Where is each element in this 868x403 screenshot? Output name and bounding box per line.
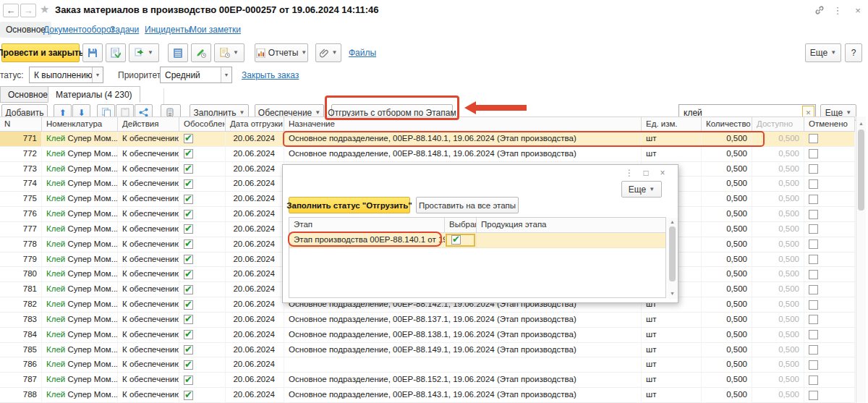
nomenclature-cell[interactable]: Клей Супер Мом...: [42, 343, 118, 357]
action-cell[interactable]: К обеспечению: [118, 222, 179, 237]
tab-materials[interactable]: Материалы (4 230): [48, 86, 140, 103]
separate-checkbox[interactable]: [184, 376, 193, 385]
separate-checkbox[interactable]: [184, 391, 193, 400]
row-number-cell[interactable]: 779: [0, 253, 42, 267]
row-number-cell[interactable]: 786: [0, 357, 42, 372]
cancelled-checkbox[interactable]: [809, 210, 818, 219]
stage-selected-cell[interactable]: [445, 233, 477, 247]
unit-cell[interactable]: шт: [642, 147, 702, 161]
row-number-cell[interactable]: 784: [0, 328, 42, 342]
cancelled-cell[interactable]: [804, 282, 855, 297]
table-row[interactable]: 788Клей Супер Мом...К обеспечению20.06.2…: [0, 388, 855, 403]
quantity-cell[interactable]: 0,500: [702, 222, 752, 237]
action-cell[interactable]: К обеспечению: [118, 192, 179, 206]
column-header[interactable]: Ед. изм.: [642, 117, 702, 131]
nomenclature-cell[interactable]: Клей Супер Мом...: [42, 207, 118, 221]
row-number-cell[interactable]: 775: [0, 192, 42, 206]
ship-date-cell[interactable]: 20.06.2024: [226, 147, 284, 161]
action-cell[interactable]: К обеспечению: [118, 282, 179, 297]
separate-cell[interactable]: [179, 357, 226, 372]
quantity-cell[interactable]: 0,500: [702, 328, 752, 342]
quantity-cell[interactable]: 0,500: [702, 282, 752, 297]
close-icon[interactable]: ×: [852, 5, 864, 16]
cancelled-cell[interactable]: [804, 373, 855, 387]
table-row[interactable]: 784Клей Супер Мом...К обеспечению20.06.2…: [0, 328, 855, 343]
separate-cell[interactable]: [179, 282, 226, 297]
cancelled-cell[interactable]: [804, 313, 855, 327]
cancelled-cell[interactable]: [804, 253, 855, 267]
nomenclature-cell[interactable]: Клей Супер Мом...: [42, 253, 118, 267]
cancelled-cell[interactable]: [804, 343, 855, 357]
table-row[interactable]: 771Клей Супер Мом...К обеспечению20.06.2…: [0, 132, 855, 147]
row-number-cell[interactable]: 773: [0, 162, 42, 177]
nomenclature-cell[interactable]: Клей Супер Мом...: [42, 132, 118, 146]
cancelled-checkbox[interactable]: [809, 300, 818, 310]
separate-cell[interactable]: [179, 222, 226, 237]
separate-checkbox[interactable]: [184, 330, 193, 339]
quantity-cell[interactable]: 0,500: [702, 313, 752, 327]
row-number-cell[interactable]: 772: [0, 147, 42, 161]
separate-cell[interactable]: [179, 388, 226, 402]
nomenclature-cell[interactable]: Клей Супер Мом...: [42, 192, 118, 206]
separate-checkbox[interactable]: [184, 345, 193, 355]
separate-cell[interactable]: [179, 192, 226, 206]
table-row[interactable]: 783Клей Супер Мом...К обеспечению20.06.2…: [0, 313, 855, 328]
nav-incidents[interactable]: Инциденты: [145, 25, 190, 35]
quantity-cell[interactable]: 0,500: [702, 162, 752, 177]
action-cell[interactable]: К обеспечению: [118, 162, 179, 177]
cancelled-checkbox[interactable]: [809, 239, 818, 249]
dialog-more-button[interactable]: Еще▼: [621, 181, 662, 198]
action-cell[interactable]: К обеспечению: [118, 147, 179, 161]
row-number-cell[interactable]: 776: [0, 207, 42, 221]
nomenclature-cell[interactable]: Клей Супер Мом...: [42, 328, 118, 342]
column-header[interactable]: Доступно: [752, 117, 804, 131]
priority-select[interactable]: Средний ▼: [160, 67, 232, 83]
action-cell[interactable]: К обеспечению: [118, 237, 179, 252]
change-history-button[interactable]: [191, 43, 211, 62]
table-row[interactable]: 786Клей Супер Мом...К обеспечению20.06.2…: [0, 357, 855, 373]
unit-cell[interactable]: шт: [642, 388, 702, 402]
action-cell[interactable]: К обеспечению: [118, 177, 179, 191]
kebab-menu-icon[interactable]: ⋮: [832, 5, 843, 16]
row-number-cell[interactable]: 774: [0, 177, 42, 191]
nomenclature-cell[interactable]: Клей Супер Мом...: [42, 373, 118, 387]
ship-date-cell[interactable]: 20.06.2024: [226, 343, 284, 357]
action-cell[interactable]: К обеспечению: [118, 328, 179, 342]
separate-cell[interactable]: [179, 328, 226, 342]
unit-cell[interactable]: шт: [642, 373, 702, 387]
separate-checkbox[interactable]: [184, 195, 193, 204]
ship-date-cell[interactable]: 20.06.2024: [226, 282, 284, 297]
column-stage-product[interactable]: Продукция этапа: [477, 218, 665, 232]
unit-cell[interactable]: шт: [642, 357, 702, 372]
cancelled-checkbox[interactable]: [809, 224, 818, 234]
quantity-cell[interactable]: 0,500: [702, 192, 752, 206]
separate-cell[interactable]: [179, 253, 226, 267]
chevron-down-icon[interactable]: ▼: [92, 67, 103, 82]
nav-tasks[interactable]: Задачи: [110, 25, 139, 35]
cancelled-cell[interactable]: [804, 147, 855, 161]
table-row[interactable]: 785Клей Супер Мом...К обеспечению20.06.2…: [0, 343, 855, 358]
ship-date-cell[interactable]: 20.06.2024: [226, 237, 284, 252]
separate-checkbox[interactable]: [184, 210, 193, 219]
dialog-scrollbar[interactable]: ▲ ▼: [668, 218, 678, 299]
separate-cell[interactable]: [179, 297, 226, 312]
cancelled-checkbox[interactable]: [809, 285, 818, 294]
quantity-cell[interactable]: 0,500: [702, 207, 752, 221]
ship-date-cell[interactable]: 20.06.2024: [226, 313, 284, 327]
nomenclature-cell[interactable]: Клей Супер Мом...: [42, 297, 118, 312]
cancelled-cell[interactable]: [804, 328, 855, 342]
separate-cell[interactable]: [179, 177, 226, 191]
nomenclature-cell[interactable]: Клей Супер Мом...: [42, 147, 118, 161]
structure-button[interactable]: [168, 43, 188, 62]
back-icon[interactable]: ←: [3, 4, 19, 17]
ship-date-cell[interactable]: 20.06.2024: [226, 253, 284, 267]
cancelled-checkbox[interactable]: [809, 255, 818, 264]
ship-date-cell[interactable]: 20.06.2024: [226, 328, 284, 342]
table-row[interactable]: 787Клей Супер Мом...К обеспечению20.06.2…: [0, 373, 855, 388]
quantity-cell[interactable]: 0,500: [702, 297, 752, 312]
quantity-cell[interactable]: 0,500: [702, 267, 752, 281]
ship-date-cell[interactable]: 20.06.2024: [226, 177, 284, 191]
separate-checkbox[interactable]: [184, 239, 193, 249]
nav-my-notes[interactable]: Мои заметки: [190, 25, 241, 35]
separate-cell[interactable]: [179, 267, 226, 281]
